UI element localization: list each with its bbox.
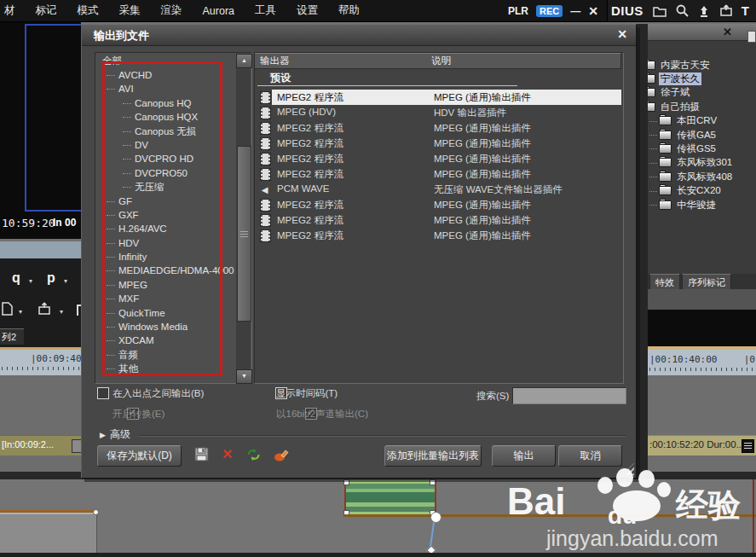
exporter-row[interactable]: MPEG (HDV) HDV 输出器插件 — [257, 105, 621, 120]
format-tree-item[interactable]: DV — [95, 138, 234, 152]
format-tree-item[interactable]: AVI — [95, 82, 234, 96]
close-dialog-button[interactable]: ✕ — [617, 27, 627, 41]
exporter-row[interactable]: MPEG2 程序流 MPEG (通用)输出插件 — [257, 166, 621, 182]
menu-item[interactable]: 模式 — [67, 3, 109, 18]
new-sequence-dropdown-icon[interactable]: ▾ — [19, 308, 22, 316]
format-tree-item[interactable]: HDV — [95, 236, 234, 250]
exporter-row[interactable]: MPEG2 程序流 MPEG (通用)输出插件 — [257, 197, 621, 212]
save-default-button[interactable]: 保存为默认(D) — [97, 445, 182, 467]
bin-folder-item[interactable]: 内蒙古天安 — [648, 58, 756, 72]
minimize-button[interactable]: — — [570, 5, 580, 17]
menu-item[interactable]: 渲染 — [151, 3, 193, 18]
scroll-down-button[interactable]: ▼ — [236, 369, 252, 384]
cancel-button[interactable]: 取消 — [558, 445, 622, 467]
out-point-dropdown-icon[interactable]: ▾ — [64, 277, 67, 285]
clip-handle[interactable] — [430, 479, 436, 485]
timeline-clip-left[interactable]: [In:00:09:2... — [0, 435, 81, 455]
format-tree-item[interactable]: 无压缩 — [95, 180, 234, 194]
timeline-ruler-left[interactable]: |00:09:40: — [0, 347, 81, 375]
dialog-resize-grip[interactable] — [622, 463, 634, 475]
format-tree-item[interactable]: Canopus 无损 — [95, 125, 234, 138]
audio-waveform-clip[interactable] — [344, 480, 436, 514]
output-dropdown-icon[interactable]: ▾ — [60, 308, 63, 316]
exporter-row[interactable]: MPEG2 程序流 MPEG (通用)输出插件 — [257, 136, 621, 151]
checkbox-between-inout[interactable] — [97, 387, 109, 399]
exporter-row[interactable]: MPEG2 程序流 MPEG (通用)输出插件 — [257, 90, 621, 105]
format-tree-item[interactable]: Windows Media — [95, 320, 234, 334]
advanced-label[interactable]: 高级 — [110, 427, 130, 442]
set-out-point-button[interactable]: p — [47, 270, 55, 286]
timeline-clip-right[interactable]: :00:10:52:20 Dur:00... — [648, 435, 756, 455]
bin-folder-item[interactable]: 中华骏捷 — [648, 198, 756, 212]
format-tree-item[interactable]: 其他 — [95, 362, 234, 375]
bin-folder-item[interactable]: 传祺GS5 — [648, 142, 756, 155]
menu-item[interactable]: 标记 — [26, 3, 67, 18]
advanced-expander-icon[interactable]: ▶ — [100, 431, 106, 439]
format-tree-item[interactable]: QuickTime — [95, 306, 234, 320]
capture-icon[interactable] — [698, 4, 710, 17]
bin-folder-item[interactable]: 徐子斌 — [648, 86, 756, 100]
delete-preset-icon[interactable]: ✕ — [222, 446, 233, 462]
bin-folder-item[interactable]: 自己拍摄 — [648, 100, 756, 113]
bin-folder-item[interactable]: 传祺GA5 — [648, 128, 756, 142]
format-tree-item[interactable]: DVCPRO HD — [95, 152, 234, 165]
exporter-row[interactable]: PCM WAVE 无压缩 WAVE文件输出器插件 — [257, 182, 621, 197]
folder-icon[interactable] — [653, 5, 667, 17]
column-header-exporter[interactable]: 输出器 — [255, 53, 427, 69]
format-tree-item[interactable]: XDCAM — [95, 334, 234, 347]
search-input[interactable] — [512, 387, 626, 404]
format-tree-item[interactable]: MXF — [95, 292, 234, 305]
menu-item[interactable]: Aurora — [193, 5, 245, 17]
format-tree-item[interactable]: GF — [95, 194, 234, 208]
menu-item[interactable]: 材 — [2, 3, 26, 18]
format-tree-item[interactable]: Infinity — [95, 250, 234, 264]
format-tree-item[interactable]: MEDIAEDGE/HDMA-4000 — [95, 264, 234, 277]
menu-item[interactable]: 帮助 — [328, 3, 370, 18]
sequence-tab[interactable]: 列2 — [0, 328, 24, 345]
exporter-row[interactable]: MPEG2 程序流 MPEG (通用)输出插件 — [257, 151, 621, 166]
format-tree-item[interactable]: DVCPRO50 — [95, 166, 234, 180]
set-in-point-button[interactable]: q — [12, 270, 20, 286]
audio-clip-left[interactable] — [0, 514, 97, 553]
bin-folder-item[interactable]: 东风标致408 — [648, 170, 756, 183]
close-window-button[interactable]: ✕ — [588, 4, 598, 18]
bin-tab[interactable]: 序列标记 — [682, 274, 731, 290]
column-header-description[interactable]: 说明 — [426, 53, 621, 69]
exporter-row[interactable]: MPEG2 程序流 MPEG (通用)输出插件 — [257, 120, 621, 136]
close-bin-button[interactable]: ✕ — [723, 26, 732, 38]
format-tree-item[interactable]: H.264/AVC — [95, 222, 234, 235]
exporter-row[interactable]: MPEG2 程序流 MPEG (通用)输出插件 — [257, 228, 621, 243]
exporter-row[interactable]: MPEG2 程序流 MPEG (通用)输出插件 — [257, 212, 621, 228]
new-sequence-icon[interactable] — [2, 302, 13, 318]
format-tree-item[interactable]: MPEG — [95, 278, 234, 292]
format-tree-item[interactable]: AVCHD — [95, 68, 234, 82]
rubber-band-node[interactable] — [430, 512, 441, 523]
bin-folder-item[interactable]: 长安CX20 — [648, 184, 756, 198]
scroll-thumb[interactable] — [237, 146, 251, 322]
menu-item[interactable]: 工具 — [245, 3, 286, 18]
add-to-batch-button[interactable]: 添加到批量输出列表 — [384, 445, 482, 467]
bin-tab[interactable]: 特效 — [649, 274, 680, 290]
format-tree-item[interactable]: 音频 — [95, 348, 234, 362]
in-point-dropdown-icon[interactable]: ▾ — [29, 277, 32, 285]
output-button[interactable]: 输出 — [492, 445, 556, 467]
bin-folder-item[interactable]: 本田CRV — [648, 114, 756, 128]
timeline-ruler-right[interactable]: |00:10:40:00 |0 — [648, 350, 756, 375]
refresh-preset-icon[interactable] — [245, 448, 262, 464]
bin-folder-item[interactable]: 东风标致301 — [648, 156, 756, 170]
clip-handle[interactable] — [343, 479, 349, 485]
export-preset-icon[interactable] — [274, 448, 290, 464]
menu-item[interactable]: 采集 — [109, 3, 151, 18]
rubber-band-right[interactable] — [344, 514, 756, 517]
tree-scrollbar[interactable]: ▲ ▼ — [236, 54, 251, 382]
search-icon[interactable] — [676, 4, 689, 17]
export-icon[interactable] — [719, 4, 733, 17]
clip-handle[interactable] — [93, 509, 99, 515]
menu-item[interactable]: 设置 — [286, 3, 328, 18]
format-tree-item[interactable]: GXF — [95, 208, 234, 222]
rec-badge[interactable]: REC — [536, 5, 563, 17]
dialog-titlebar[interactable]: 输出到文件 ✕ — [82, 25, 636, 46]
player-slider-track[interactable] — [0, 241, 81, 259]
save-preset-icon[interactable] — [194, 447, 209, 464]
format-tree-item[interactable]: Canopus HQ — [95, 96, 234, 110]
